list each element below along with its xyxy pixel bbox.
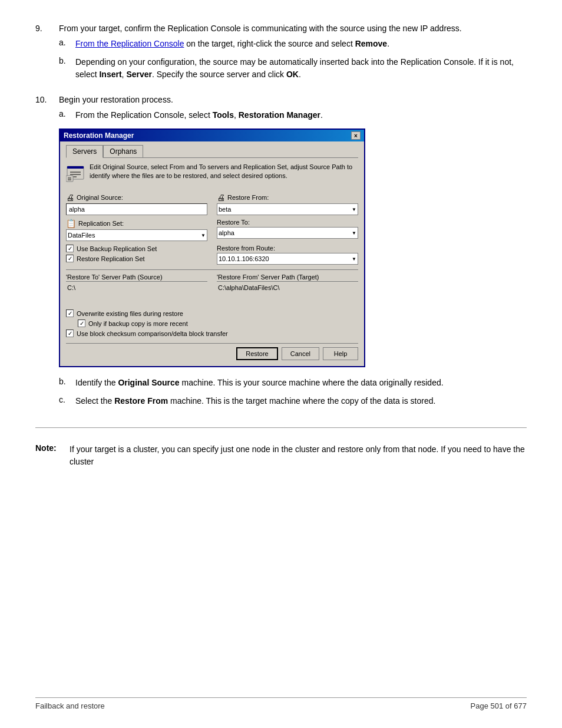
dialog-titlebar: Restoration Manager × xyxy=(60,130,364,141)
path-target-value: C:\alpha\DataFiles\C\ xyxy=(217,283,358,301)
footer-left: Failback and restore xyxy=(35,701,105,710)
restore-replication-label: Restore Replication Set xyxy=(77,255,145,262)
options-section: ✓ Overwrite existing files during restor… xyxy=(66,309,358,337)
dialog-footer: Restore Cancel Help xyxy=(66,343,358,360)
overwrite-checkbox[interactable]: ✓ xyxy=(66,309,74,317)
step-10-substeps: a. From the Replication Console, select … xyxy=(59,109,527,121)
step-9-content: From your target, confirm the Replicatio… xyxy=(59,24,527,87)
step-10-content: Begin your restoration process. a. From … xyxy=(59,95,527,413)
restore-route-col: Restore from Route: 10.10.1.106:6320 ▼ xyxy=(217,245,358,265)
step-9-substeps: a. From the Replication Console on the t… xyxy=(59,38,527,81)
replication-set-label: 📋 Replication Set: xyxy=(66,219,207,228)
help-button[interactable]: Help xyxy=(323,347,358,360)
dialog-title: Restoration Manager xyxy=(64,131,134,140)
restore-route-arrow: ▼ xyxy=(352,256,356,262)
step-9a-content: From the Replication Console on the targ… xyxy=(75,38,527,50)
note-label: Note: xyxy=(35,443,64,468)
step-10-number: 10. xyxy=(35,95,59,413)
path-target-col: 'Restore From' Server Path (Target) C:\a… xyxy=(217,274,358,301)
tab-servers[interactable]: Servers xyxy=(66,145,103,158)
separator xyxy=(35,427,527,428)
step-10b-label: b. xyxy=(59,377,75,389)
step-9: 9. From your target, confirm the Replica… xyxy=(35,24,527,87)
path-row: 'Restore To' Server Path (Source) C:\ 'R… xyxy=(66,274,358,301)
replication-console-link[interactable]: From the Replication Console xyxy=(75,39,184,48)
step-10b-content: Identify the Original Source machine. Th… xyxy=(75,377,527,389)
dialog-info-section: Edit Original Source, select From and To… xyxy=(66,163,358,187)
step-10b: b. Identify the Original Source machine.… xyxy=(59,377,527,389)
restore-from-label: 🖨 Restore From: xyxy=(217,193,358,202)
path-source-col: 'Restore To' Server Path (Source) C:\ xyxy=(66,274,207,301)
form-row-2: 📋 Replication Set: DataFiles ▼ xyxy=(66,219,358,241)
replication-set-icon: 📋 xyxy=(66,219,76,228)
only-backup-label: Only if backup copy is more recent xyxy=(88,320,188,327)
footer-right: Page 501 of 677 xyxy=(471,701,527,710)
original-source-col: 🖨 Original Source: xyxy=(66,193,207,215)
restore-from-icon: 🖨 xyxy=(217,193,225,202)
step-9-text: From your target, confirm the Replicatio… xyxy=(59,24,462,33)
step-9b: b. Depending on your configuration, the … xyxy=(59,56,527,81)
dialog-info-text: Edit Original Source, select From and To… xyxy=(90,163,358,181)
replication-set-select[interactable]: DataFiles ▼ xyxy=(66,229,207,241)
use-backup-row: ✓ Use Backup Replication Set xyxy=(66,245,207,252)
step-9b-content: Depending on your configuration, the sou… xyxy=(75,56,527,81)
original-source-input[interactable] xyxy=(66,203,207,215)
step-10c: c. Select the Restore From machine. This… xyxy=(59,395,527,407)
step-10-text: Begin your restoration process. xyxy=(59,95,173,104)
use-backup-checkbox[interactable]: ✓ xyxy=(66,245,74,252)
step-10c-label: c. xyxy=(59,395,75,407)
use-block-checkbox[interactable]: ✓ xyxy=(66,330,74,337)
restore-from-arrow: ▼ xyxy=(352,207,356,212)
only-backup-checkbox[interactable]: ✓ xyxy=(78,319,85,327)
info-icon xyxy=(66,164,85,187)
replication-set-arrow: ▼ xyxy=(201,233,206,238)
restoration-manager-dialog: Restoration Manager × Servers Orphans xyxy=(59,129,365,367)
restore-replication-row: ✓ Restore Replication Set xyxy=(66,255,207,262)
overwrite-label: Overwrite existing files during restore xyxy=(77,310,183,317)
step-9a: a. From the Replication Console on the t… xyxy=(59,38,527,50)
path-source-label: 'Restore To' Server Path (Source) xyxy=(66,274,207,282)
restore-button[interactable]: Restore xyxy=(236,347,278,360)
note-box: Note: If your target is a cluster, you c… xyxy=(35,437,527,474)
step-10-substeps-bc: b. Identify the Original Source machine.… xyxy=(59,377,527,407)
use-block-label: Use block checksum comparison/delta bloc… xyxy=(77,330,228,337)
svg-rect-5 xyxy=(66,176,73,182)
path-source-value: C:\ xyxy=(66,283,207,301)
restore-to-arrow: ▼ xyxy=(352,230,356,236)
dialog-body: Servers Orphans xyxy=(60,141,364,366)
step-9-number: 9. xyxy=(35,24,59,87)
only-backup-row: ✓ Only if backup copy is more recent xyxy=(78,319,358,327)
restore-replication-checkbox[interactable]: ✓ xyxy=(66,255,74,262)
form-row-1: 🖨 Original Source: 🖨 Restore From: xyxy=(66,193,358,215)
restore-to-select[interactable]: alpha ▼ xyxy=(217,227,358,239)
step-10a: a. From the Replication Console, select … xyxy=(59,109,527,121)
use-block-row: ✓ Use block checksum comparison/delta bl… xyxy=(66,330,358,337)
page-content: 9. From your target, confirm the Replica… xyxy=(35,24,527,474)
overwrite-row: ✓ Overwrite existing files during restor… xyxy=(66,309,358,317)
restore-route-select[interactable]: 10.10.1.106:6320 ▼ xyxy=(217,253,358,265)
step-9a-label: a. xyxy=(59,38,75,50)
step-10: 10. Begin your restoration process. a. F… xyxy=(35,95,527,413)
replication-set-col: 📋 Replication Set: DataFiles ▼ xyxy=(66,219,207,241)
restore-to-col: Restore To: alpha ▼ xyxy=(217,219,358,239)
path-target-label: 'Restore From' Server Path (Target) xyxy=(217,274,358,282)
restore-to-label: Restore To: xyxy=(217,219,358,226)
restore-from-select[interactable]: beta ▼ xyxy=(217,203,358,215)
checkboxes-col: ✓ Use Backup Replication Set ✓ Restore R… xyxy=(66,245,207,265)
cancel-button[interactable]: Cancel xyxy=(282,347,319,360)
original-source-label: 🖨 Original Source: xyxy=(66,193,207,202)
step-10c-content: Select the Restore From machine. This is… xyxy=(75,395,527,407)
tab-orphans[interactable]: Orphans xyxy=(103,145,143,157)
step-10a-content: From the Replication Console, select Too… xyxy=(75,109,527,121)
path-section: 'Restore To' Server Path (Source) C:\ 'R… xyxy=(66,269,358,305)
form-row-3: ✓ Use Backup Replication Set ✓ Restore R… xyxy=(66,245,358,265)
dialog-close-button[interactable]: × xyxy=(351,131,361,140)
svg-rect-1 xyxy=(67,166,84,169)
original-source-icon: 🖨 xyxy=(66,193,74,202)
step-9b-label: b. xyxy=(59,56,75,81)
page-footer: Failback and restore Page 501 of 677 xyxy=(35,697,527,710)
use-backup-label: Use Backup Replication Set xyxy=(77,245,157,252)
note-content: If your target is a cluster, you can spe… xyxy=(70,443,527,468)
dialog-tabs: Servers Orphans xyxy=(66,145,358,158)
restore-route-label: Restore from Route: xyxy=(217,245,358,252)
